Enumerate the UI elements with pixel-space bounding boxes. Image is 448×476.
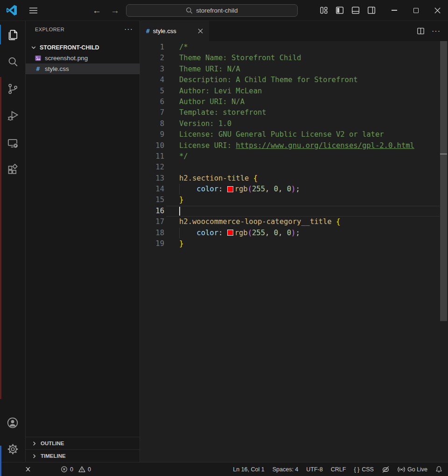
code-text: /*: [179, 42, 448, 53]
code-text: color: rgb(255, 0, 0);: [179, 228, 448, 238]
line-number[interactable]: 13: [140, 173, 164, 184]
explorer-sidebar: EXPLORER ··· STOREFRONT-CHILD screenshot…: [26, 21, 140, 462]
code-line[interactable]: 4Description: A Child Theme for Storefro…: [140, 75, 448, 85]
encoding[interactable]: UTF-8: [306, 466, 322, 473]
explorer-icon: [7, 28, 19, 41]
toggle-panel-icon[interactable]: [351, 6, 360, 15]
code-line[interactable]: 7Template: storefront: [140, 107, 448, 118]
command-center-search[interactable]: storefront-child: [126, 4, 298, 17]
outline-section-header[interactable]: OUTLINE: [26, 437, 140, 449]
activitybar-settings[interactable]: [0, 436, 25, 462]
line-number[interactable]: 7: [140, 107, 164, 118]
code-line[interactable]: 1/*: [140, 42, 448, 53]
line-number[interactable]: 8: [140, 119, 164, 129]
code-lines: 1/*2Theme Name: Storefront Child3Theme U…: [140, 41, 448, 249]
go-live[interactable]: Go Live: [398, 466, 427, 473]
toggle-primary-sidebar-icon[interactable]: [335, 6, 344, 15]
remote-explorer-icon: [7, 137, 19, 149]
line-number[interactable]: 15: [140, 195, 164, 205]
css-file-icon: #: [146, 28, 150, 35]
notifications-bell-icon[interactable]: [435, 466, 442, 473]
cursor-position[interactable]: Ln 16, Col 1: [233, 466, 264, 473]
line-number[interactable]: 4: [140, 75, 164, 85]
activity-bar: [0, 21, 26, 462]
line-number[interactable]: 16: [140, 206, 164, 217]
code-line[interactable]: 14 color: rgb(255, 0, 0);: [140, 184, 448, 195]
color-swatch[interactable]: [227, 230, 233, 236]
activitybar-accounts[interactable]: [0, 410, 25, 436]
code-line[interactable]: 3Theme URI: N/A: [140, 64, 448, 75]
code-line[interactable]: 17h2.woocommerce-loop-category__title {: [140, 217, 448, 227]
activitybar-explorer[interactable]: [0, 21, 25, 48]
line-number[interactable]: 19: [140, 238, 164, 249]
code-line[interactable]: 19}: [140, 238, 448, 249]
braces-icon: { }: [354, 466, 359, 473]
tab-style-css[interactable]: # style.css: [140, 21, 209, 41]
activitybar-remote-explorer[interactable]: [0, 129, 25, 156]
broadcast-icon: [398, 466, 405, 473]
file-row-screenshot-png[interactable]: screenshot.png: [26, 53, 140, 63]
code-text: Template: storefront: [179, 107, 448, 118]
remote-indicator-icon[interactable]: [24, 466, 32, 473]
line-number[interactable]: 12: [140, 162, 164, 173]
minimize-button[interactable]: [384, 0, 405, 21]
line-number[interactable]: 11: [140, 151, 164, 162]
file-name: style.css: [45, 65, 69, 72]
eol-sequence[interactable]: CRLF: [331, 466, 346, 473]
code-line[interactable]: 15}: [140, 195, 448, 205]
maximize-button[interactable]: [405, 0, 427, 21]
code-line[interactable]: 13h2.section-title {: [140, 173, 448, 184]
code-line[interactable]: 16: [140, 206, 448, 217]
code-text: Description: A Child Theme for Storefron…: [179, 75, 448, 85]
statusbar-left: 0 0: [24, 466, 94, 473]
code-line[interactable]: 11*/: [140, 151, 448, 162]
line-number[interactable]: 17: [140, 217, 164, 227]
menu-icon[interactable]: [28, 6, 39, 15]
vertical-scrollbar[interactable]: [440, 41, 447, 321]
problems-indicator[interactable]: 0 0: [61, 466, 94, 473]
close-button[interactable]: [427, 0, 448, 21]
indentation[interactable]: Spaces: 4: [273, 466, 299, 473]
code-line[interactable]: 8Version: 1.0: [140, 119, 448, 129]
activitybar-source-control[interactable]: [0, 75, 25, 102]
warning-icon: [78, 466, 85, 473]
back-icon[interactable]: ←: [92, 6, 101, 15]
line-number[interactable]: 6: [140, 97, 164, 107]
line-number[interactable]: 5: [140, 86, 164, 97]
line-number[interactable]: 2: [140, 53, 164, 63]
code-line[interactable]: 10License URI: https://www.gnu.org/licen…: [140, 140, 448, 151]
line-number[interactable]: 10: [140, 140, 164, 151]
customize-layout-icon[interactable]: [319, 6, 329, 15]
file-row-style-css[interactable]: # style.css: [26, 63, 140, 74]
code-text: color: rgb(255, 0, 0);: [179, 184, 448, 195]
code-line[interactable]: 5Author: Levi McLean: [140, 86, 448, 97]
sidebar-title: EXPLORER: [35, 27, 64, 32]
line-number[interactable]: 18: [140, 228, 164, 238]
activitybar-extensions[interactable]: [0, 156, 25, 183]
copilot-disabled-icon[interactable]: [382, 466, 390, 473]
language-mode[interactable]: { } CSS: [354, 466, 374, 473]
editor-pane[interactable]: 1/*2Theme Name: Storefront Child3Theme U…: [140, 41, 448, 462]
forward-icon[interactable]: →: [111, 6, 119, 15]
line-number[interactable]: 9: [140, 129, 164, 140]
folder-row-storefront-child[interactable]: STOREFRONT-CHILD: [26, 42, 140, 53]
code-line[interactable]: 9License: GNU General Public License V2 …: [140, 129, 448, 140]
settings-gear-icon: [7, 443, 19, 455]
search-value: storefront-child: [196, 7, 238, 14]
timeline-section-header[interactable]: TIMELINE: [26, 449, 140, 462]
activitybar-run-debug[interactable]: [0, 102, 25, 129]
tab-close-icon[interactable]: [196, 27, 204, 35]
color-swatch[interactable]: [227, 186, 233, 192]
code-text: Theme URI: N/A: [179, 64, 448, 75]
code-line[interactable]: 18 color: rgb(255, 0, 0);: [140, 228, 448, 238]
code-line[interactable]: 12: [140, 162, 448, 173]
line-number[interactable]: 3: [140, 64, 164, 75]
line-number[interactable]: 1: [140, 42, 164, 53]
code-line[interactable]: 6Author URI: N/A: [140, 97, 448, 107]
line-number[interactable]: 14: [140, 184, 164, 195]
history-nav: ← →: [92, 6, 119, 15]
activitybar-search[interactable]: [0, 48, 25, 75]
code-line[interactable]: 2Theme Name: Storefront Child: [140, 53, 448, 63]
toggle-secondary-sidebar-icon[interactable]: [367, 6, 376, 15]
split-editor-icon[interactable]: [416, 27, 425, 35]
